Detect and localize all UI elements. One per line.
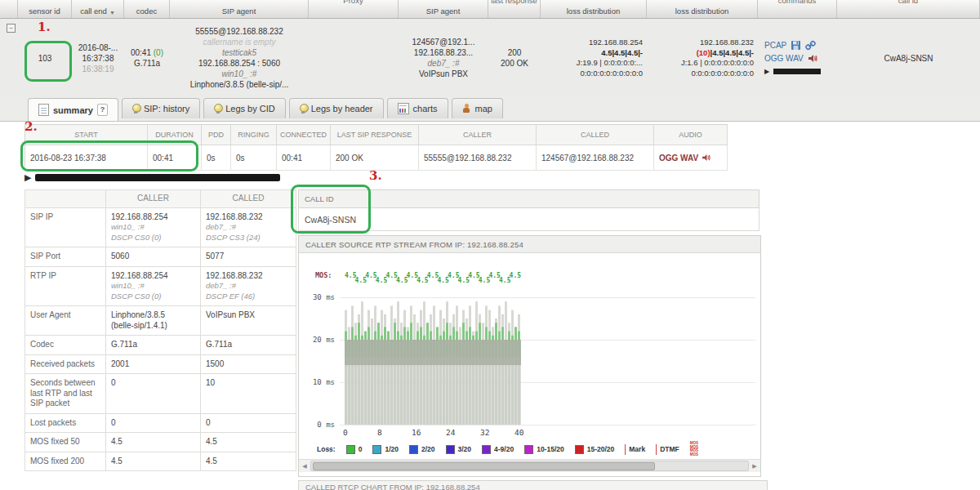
duration-flag: (0)	[154, 48, 163, 57]
call-list-grid: sensor idcall end▼codecSIP agentProxySIP…	[0, 0, 980, 98]
column-header-SIP-agent[interactable]: SIP agent	[399, 0, 488, 18]
call-duration: 00:41 (0)	[131, 47, 163, 58]
detail-value-line: deb7_ :#	[206, 281, 291, 292]
caller-agent-line: win10_ :#	[222, 69, 257, 79]
called-agent-line: 192.168.88.23...	[414, 47, 473, 58]
save-disk-icon[interactable]	[791, 40, 801, 51]
summary-header-audio: AUDIO	[654, 125, 728, 145]
legend-color-swatch	[575, 445, 584, 454]
detail-value-line: 10	[206, 378, 291, 389]
play-button[interactable]: ▶	[24, 172, 31, 183]
proxy-cell	[309, 19, 399, 97]
scroll-right-arrow[interactable]: ▶	[749, 463, 760, 470]
column-header-expand[interactable]	[0, 0, 18, 18]
help-icon[interactable]: ?	[97, 104, 108, 116]
column-header-Proxy[interactable]: Proxy	[309, 0, 399, 18]
column-header-call-id[interactable]: call id	[837, 0, 980, 18]
summary-audio-link[interactable]: OGG WAV	[659, 154, 711, 163]
chart-title: CALLER SOURCE RTP STREAM FROM IP: 192.16…	[299, 236, 760, 253]
summary-cell-last-sip-response: 200 OK	[331, 145, 419, 171]
scrollbar-track[interactable]	[310, 461, 749, 471]
audio-player: ▶	[24, 172, 280, 183]
tab-legs-by-cid[interactable]: Legs by CID	[203, 98, 286, 118]
detail-value-line: VoIPsun PBX	[206, 310, 291, 321]
called-jitter: J:1.6 | 0:0:0:0:0:0:0:0	[681, 58, 754, 69]
scroll-left-arrow[interactable]: ◀	[299, 463, 310, 470]
detail-called-value: 5077	[201, 247, 296, 267]
scrollbar-thumb[interactable]	[313, 462, 655, 470]
detail-row-label: Lost packets	[24, 414, 106, 434]
annotation-number-1: 1.	[38, 20, 51, 34]
summary-header-duration: DURATION	[148, 125, 202, 145]
pcap-download-link[interactable]: PCAP	[764, 40, 786, 51]
detail-value-line: 192.168.88.254	[111, 212, 195, 223]
column-header-label: loss distribution	[567, 7, 620, 16]
detail-caller-value: Linphone/3.8.5(belle-sip/1.4.1)	[106, 306, 201, 336]
speaker-icon[interactable]	[808, 54, 818, 63]
mini-progress-bar[interactable]	[773, 69, 821, 74]
summary-cell-connected: 00:41	[277, 145, 331, 171]
legend-mark-label: DTMF	[660, 445, 679, 453]
tab-summary[interactable]: summary?	[28, 98, 118, 121]
detail-value-line: 192.168.88.254	[111, 271, 195, 282]
tab-bar: summary?SIP: historyLegs by CIDLegs by h…	[0, 97, 980, 122]
column-header-last-response[interactable]: last response	[488, 0, 541, 18]
call-list-row[interactable]: – 103 2016-08-...16:37:3816:38:19 00:41 …	[0, 19, 980, 97]
column-header-sensor-id[interactable]: sensor id	[18, 0, 72, 18]
y-axis-tick-label: 10 ms	[301, 378, 335, 386]
detail-caller-value: G.711a	[106, 336, 201, 355]
mini-play-icon[interactable]: ▶	[764, 66, 769, 77]
detail-value-line: G.711a	[111, 340, 195, 350]
collapse-row-icon[interactable]: –	[7, 24, 16, 33]
caller-agent-line: 192.168.88.254 : 5060	[198, 58, 280, 69]
column-header-label: loss distribution	[675, 7, 728, 16]
legend-extra-line: MOS	[690, 453, 698, 457]
tab-label: Legs by header	[311, 104, 373, 114]
summary-cell-duration: 00:41	[148, 145, 202, 171]
sort-descending-icon[interactable]: ▼	[109, 10, 115, 16]
audio-progress-bar[interactable]	[35, 174, 280, 181]
legend-item-label: 0	[359, 445, 363, 453]
column-header-SIP-agent[interactable]: SIP agent	[170, 0, 309, 18]
map-icon	[462, 104, 471, 114]
column-header-label: call end	[80, 7, 107, 16]
tab-sip-history[interactable]: SIP: history	[122, 98, 200, 118]
column-header-call-end[interactable]: call end▼	[72, 0, 124, 18]
call-end-line: 16:38:19	[82, 64, 114, 74]
legend-item-label: 10-15/20	[537, 445, 564, 453]
column-header-loss-distribution[interactable]: loss distribution	[647, 0, 758, 18]
rtp-chart-plot: 30 ms20 ms10 ms0 msMOS:4.54.54.54.54.54.…	[299, 253, 760, 439]
summary-table: STARTDURATIONPDDRINGINGCONNECTEDLAST SIP…	[24, 124, 728, 171]
legend-item-label: 2/20	[421, 445, 435, 453]
detail-caller-value: 2001	[106, 355, 201, 375]
legend-color-swatch	[446, 445, 455, 454]
column-header-codec[interactable]: codec	[124, 0, 170, 18]
tab-charts[interactable]: charts	[387, 98, 448, 118]
legend-mos-extra: MOSMOSMOSMOS	[690, 442, 698, 457]
detail-value-line: DSCP CS0 (0)	[111, 233, 195, 243]
chart-scrollbar: ◀ ▶	[299, 459, 760, 472]
detail-row-mos-fixed-200: MOS fixed 2004.54.5	[24, 452, 297, 472]
detail-row-sip-ip: SIP IP192.168.88.254win10_ :#DSCP CS0 (0…	[24, 208, 297, 248]
codec-cell: 00:41 (0) G.711a	[124, 19, 170, 97]
column-header-commands[interactable]: commands	[758, 0, 837, 18]
share-link-icon[interactable]	[805, 40, 816, 51]
detail-row-label: User Agent	[24, 306, 106, 336]
ogg-wav-link[interactable]: OGG WAV	[764, 53, 804, 64]
caller-agent-line: 55555@192.168.88.232	[195, 26, 283, 37]
column-header-loss-distribution[interactable]: loss distribution	[541, 0, 647, 18]
detail-value-line: 5060	[111, 252, 195, 262]
detail-col-header-CALLER: CALLER	[106, 189, 201, 208]
chart-icon	[398, 103, 409, 114]
tab-map[interactable]: map	[452, 98, 503, 118]
detail-value-line: 2001	[111, 359, 195, 370]
detail-row-mos-fixed-50: MOS fixed 504.54.5	[24, 433, 297, 452]
detail-called-value: 4.5	[201, 452, 296, 472]
detail-header-row: CALLERCALLED	[24, 189, 297, 208]
mos-axis-label: MOS:	[315, 271, 332, 279]
detail-row-rtp-ip: RTP IP192.168.88.254win10_ :#DSCP CS0 (0…	[24, 267, 297, 307]
detail-called-value: 0	[201, 414, 296, 434]
tab-legs-by-header[interactable]: Legs by header	[289, 98, 384, 118]
tab-label: Legs by CID	[225, 104, 275, 114]
detail-caller-value: 192.168.88.254win10_ :#DSCP CS0 (0)	[106, 208, 201, 248]
